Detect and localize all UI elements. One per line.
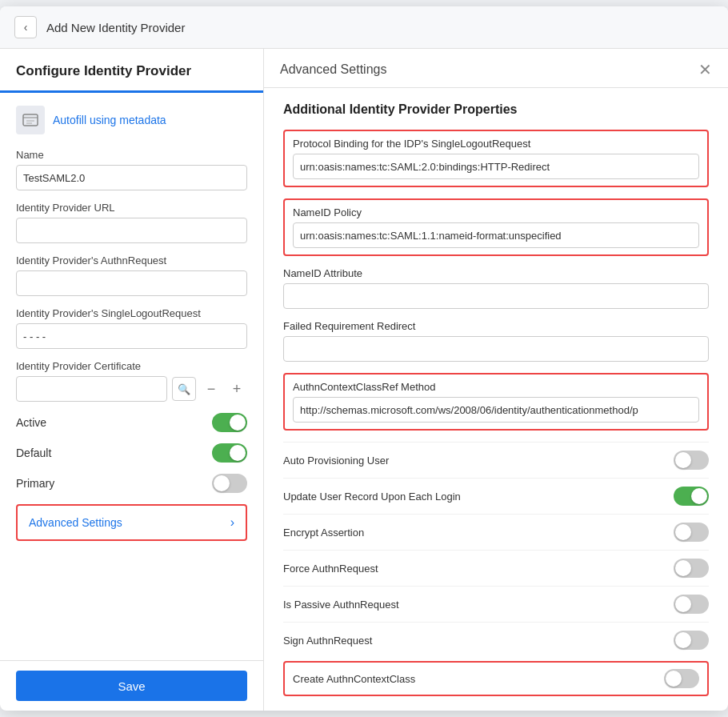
save-btn-row: Save [0, 660, 263, 711]
update-user-toggle-row: Update User Record Upon Each Login [283, 478, 709, 514]
nameid-attr-group: NameID Attribute [283, 267, 709, 309]
chevron-right-icon: › [230, 515, 234, 530]
modal-header: ‹ Add New Identity Provider [0, 6, 728, 49]
failed-redirect-label: Failed Requirement Redirect [283, 320, 709, 332]
active-toggle-knob [230, 415, 246, 431]
nameid-attr-label: NameID Attribute [283, 267, 709, 279]
protocol-binding-label: Protocol Binding for the IDP's SingleLog… [293, 138, 699, 150]
name-input[interactable] [16, 165, 247, 190]
section-title: Additional Identity Provider Properties [283, 102, 709, 117]
force-authn-toggle[interactable] [674, 559, 709, 578]
left-panel-title: Configure Identity Provider [16, 63, 247, 90]
force-authn-label: Force AuthnRequest [283, 563, 378, 575]
force-authn-toggle-row: Force AuthnRequest [283, 550, 709, 586]
primary-toggle-row: Primary [16, 474, 247, 493]
default-toggle[interactable] [212, 443, 247, 463]
idp-logout-group: Identity Provider's SingleLogoutRequest [16, 307, 247, 349]
sign-authn-knob [675, 632, 691, 648]
cert-row: 🔍 − + [16, 376, 247, 402]
protocol-binding-group: Protocol Binding for the IDP's SingleLog… [283, 130, 709, 187]
authn-context-group: AuthnContextClassRef Method [283, 373, 709, 431]
nameid-policy-group: NameID Policy [283, 198, 709, 256]
auto-prov-toggle[interactable] [674, 451, 709, 470]
name-label: Name [16, 149, 247, 161]
is-passive-label: Is Passive AuthnRequest [283, 599, 399, 611]
is-passive-toggle[interactable] [674, 595, 709, 614]
is-passive-toggle-row: Is Passive AuthnRequest [283, 586, 709, 622]
update-user-label: Update User Record Upon Each Login [283, 491, 461, 503]
encrypt-assert-knob [675, 524, 691, 540]
cert-search-button[interactable]: 🔍 [172, 377, 196, 401]
autofill-row[interactable]: Autofill using metadata [16, 106, 247, 134]
right-panel-title: Advanced Settings [280, 62, 386, 77]
save-button[interactable]: Save [16, 671, 247, 701]
sign-authn-label: Sign AuthnRequest [283, 635, 372, 647]
failed-redirect-input[interactable] [283, 336, 709, 362]
update-user-toggle[interactable] [674, 487, 709, 506]
primary-label: Primary [16, 477, 54, 490]
left-panel: Configure Identity Provider Autofill usi… [0, 49, 264, 711]
sign-authn-toggle[interactable] [674, 631, 709, 650]
create-authn-toggle[interactable] [664, 669, 699, 688]
default-toggle-row: Default [16, 443, 247, 463]
idp-cert-label: Identity Provider Certificate [16, 360, 247, 372]
force-authn-knob [675, 560, 691, 576]
failed-redirect-group: Failed Requirement Redirect [283, 320, 709, 362]
auto-prov-label: Auto Provisioning User [283, 455, 389, 467]
encrypt-assert-toggle-row: Encrypt Assertion [283, 514, 709, 550]
active-toggle-row: Active [16, 413, 247, 432]
idp-logout-label: Identity Provider's SingleLogoutRequest [16, 307, 247, 319]
create-authn-toggle-row: Create AuthnContextClass [283, 661, 709, 696]
default-label: Default [16, 447, 51, 459]
right-panel-header: Advanced Settings ✕ [264, 49, 728, 88]
autofill-label: Autofill using metadata [53, 114, 166, 126]
update-user-knob [691, 488, 707, 504]
idp-url-label: Identity Provider URL [16, 202, 247, 214]
modal-body: Configure Identity Provider Autofill usi… [0, 49, 728, 711]
create-authn-knob [666, 671, 682, 687]
autofill-icon [16, 106, 45, 134]
modal-title: Add New Identity Provider [46, 21, 185, 34]
active-label: Active [16, 416, 46, 429]
nameid-policy-label: NameID Policy [293, 206, 699, 218]
idp-authn-input[interactable] [16, 270, 247, 296]
create-authn-label: Create AuthnContextClass [293, 673, 415, 685]
right-panel: Advanced Settings ✕ Additional Identity … [264, 49, 728, 711]
encrypt-assert-label: Encrypt Assertion [283, 527, 364, 539]
close-button[interactable]: ✕ [698, 62, 712, 78]
encrypt-assert-toggle[interactable] [674, 523, 709, 542]
auto-prov-knob [675, 452, 691, 468]
name-group: Name [16, 149, 247, 190]
advanced-settings-label: Advanced Settings [29, 516, 122, 529]
right-panel-content: Additional Identity Provider Properties … [264, 88, 728, 711]
protocol-binding-input[interactable] [293, 154, 699, 179]
idp-url-input[interactable] [16, 218, 247, 243]
nameid-policy-input[interactable] [293, 222, 699, 248]
svg-rect-0 [23, 114, 38, 126]
modal-container: ‹ Add New Identity Provider Configure Id… [0, 6, 728, 711]
authn-context-label: AuthnContextClassRef Method [293, 381, 699, 393]
authn-context-input[interactable] [293, 397, 699, 423]
nameid-attr-input[interactable] [283, 283, 709, 309]
idp-url-group: Identity Provider URL [16, 202, 247, 243]
idp-authn-label: Identity Provider's AuthnRequest [16, 254, 247, 266]
cert-input[interactable] [16, 376, 167, 402]
cert-minus-button[interactable]: − [201, 379, 222, 399]
cert-plus-button[interactable]: + [226, 379, 247, 399]
back-button[interactable]: ‹ [14, 16, 37, 38]
sign-authn-toggle-row: Sign AuthnRequest [283, 622, 709, 658]
auto-prov-toggle-row: Auto Provisioning User [283, 442, 709, 478]
is-passive-knob [675, 596, 691, 612]
left-panel-header: Configure Identity Provider [0, 49, 263, 93]
active-toggle[interactable] [212, 413, 247, 432]
primary-toggle[interactable] [212, 474, 247, 493]
idp-cert-group: Identity Provider Certificate 🔍 − + [16, 360, 247, 402]
primary-toggle-knob [214, 475, 230, 491]
left-panel-content: Autofill using metadata Name Identity Pr… [0, 93, 263, 660]
default-toggle-knob [230, 445, 246, 461]
advanced-settings-row[interactable]: Advanced Settings › [16, 504, 247, 541]
idp-authn-group: Identity Provider's AuthnRequest [16, 254, 247, 296]
idp-logout-input[interactable] [16, 323, 247, 349]
